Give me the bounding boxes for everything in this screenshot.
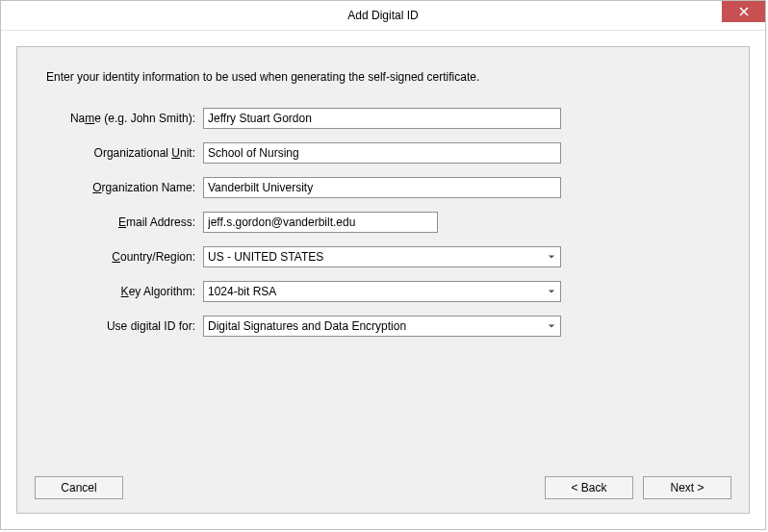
form-panel: Enter your identity information to be us… — [16, 46, 750, 514]
label-name: Name (e.g. John Smith): — [46, 112, 203, 125]
chevron-down-icon — [543, 282, 560, 301]
label-use-for: Use digital ID for: — [46, 319, 203, 333]
use-for-select[interactable]: Digital Signatures and Data Encryption — [203, 316, 561, 337]
dialog-window: Add Digital ID Enter your identity infor… — [0, 0, 766, 530]
name-input[interactable] — [203, 108, 561, 129]
country-value: US - UNITED STATES — [204, 250, 543, 264]
close-icon — [739, 7, 749, 16]
country-select[interactable]: US - UNITED STATES — [203, 246, 561, 267]
form: Name (e.g. John Smith): Organizational U… — [46, 101, 720, 343]
key-algo-value: 1024-bit RSA — [204, 285, 543, 298]
org-name-input[interactable] — [203, 177, 561, 198]
label-email: Email Address: — [46, 215, 203, 229]
label-country: Country/Region: — [46, 250, 203, 264]
row-org-name: Organization Name: — [46, 170, 720, 205]
key-algo-select[interactable]: 1024-bit RSA — [203, 281, 561, 302]
row-use-for: Use digital ID for: Digital Signatures a… — [46, 309, 720, 343]
label-org-unit: Organizational Unit: — [46, 146, 203, 160]
chevron-down-icon — [543, 247, 560, 266]
row-country: Country/Region: US - UNITED STATES — [46, 240, 720, 274]
titlebar: Add Digital ID — [1, 1, 765, 31]
intro-text: Enter your identity information to be us… — [46, 70, 720, 84]
use-for-value: Digital Signatures and Data Encryption — [204, 319, 543, 333]
org-unit-input[interactable] — [203, 142, 561, 164]
close-button[interactable] — [722, 1, 765, 22]
email-input[interactable] — [203, 212, 438, 233]
label-org-name: Organization Name: — [46, 181, 203, 194]
row-name: Name (e.g. John Smith): — [46, 101, 720, 136]
content-area: Enter your identity information to be us… — [1, 31, 765, 529]
row-email: Email Address: — [46, 205, 720, 240]
label-key-algo: Key Algorithm: — [46, 285, 203, 298]
next-button[interactable]: Next > — [643, 476, 731, 499]
row-key-algo: Key Algorithm: 1024-bit RSA — [46, 274, 720, 309]
cancel-button[interactable]: Cancel — [35, 476, 123, 499]
button-bar: Cancel < Back Next > — [17, 476, 749, 499]
window-title: Add Digital ID — [347, 9, 418, 22]
row-org-unit: Organizational Unit: — [46, 136, 720, 170]
chevron-down-icon — [543, 317, 560, 336]
back-button[interactable]: < Back — [545, 476, 633, 499]
